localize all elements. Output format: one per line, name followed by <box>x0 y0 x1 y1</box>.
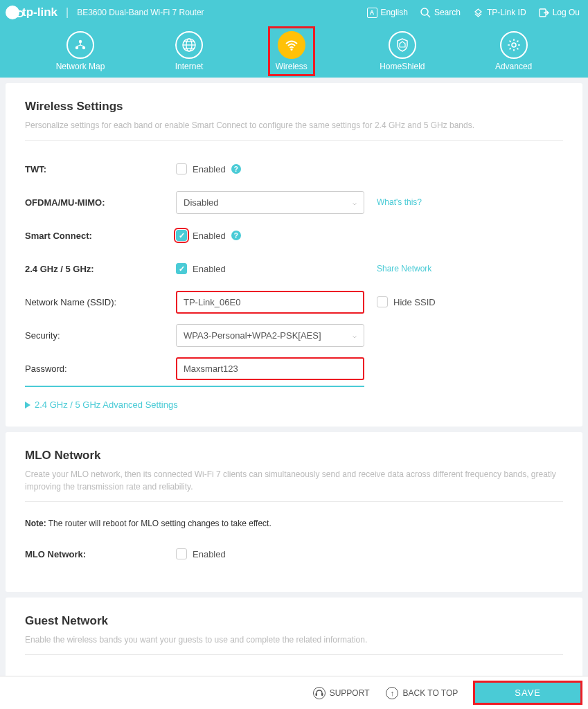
wireless-settings-desc: Personalize settings for each band or en… <box>25 119 563 132</box>
chevron-down-icon: ⌵ <box>353 332 357 339</box>
svg-point-4 <box>75 46 78 49</box>
language-icon: A <box>367 8 377 18</box>
section-divider <box>25 140 563 141</box>
band-label: 2.4 GHz / 5 GHz: <box>25 264 176 274</box>
password-label: Password: <box>25 364 176 374</box>
password-input[interactable] <box>176 357 364 380</box>
globe-icon <box>175 31 203 59</box>
hide-ssid-label: Hide SSID <box>393 297 436 307</box>
section-divider <box>25 654 563 655</box>
nav-advanced[interactable]: Advanced <box>490 28 537 74</box>
language-button[interactable]: A English <box>367 8 408 18</box>
mlo-network-label: MLO Network: <box>25 549 176 559</box>
security-label: Security: <box>25 330 176 341</box>
band-enabled-label: Enabled <box>193 264 226 274</box>
ofdma-label: OFDMA/MU-MIMO: <box>25 197 176 208</box>
svg-point-5 <box>82 46 85 49</box>
svg-line-1 <box>427 15 430 17</box>
wireless-settings-title: Wireless Settings <box>25 100 563 114</box>
advanced-settings-link[interactable]: 2.4 GHz / 5 GHz Advanced Settings <box>25 400 563 410</box>
mlo-checkbox[interactable] <box>176 548 187 559</box>
svg-point-12 <box>512 43 516 47</box>
band-checkbox[interactable] <box>176 263 187 274</box>
guest-title: Guest Network <box>25 614 563 628</box>
search-button[interactable]: Search <box>420 8 461 18</box>
nav-internet[interactable]: Internet <box>170 28 209 74</box>
twt-checkbox[interactable] <box>176 163 187 174</box>
network-map-icon <box>66 31 94 59</box>
svg-rect-14 <box>321 693 323 696</box>
play-icon <box>25 402 30 409</box>
wifi-icon <box>278 31 305 59</box>
save-button[interactable]: SAVE <box>474 682 581 703</box>
support-button[interactable]: SUPPORT <box>313 687 370 699</box>
back-to-top-button[interactable]: ↑ BACK TO TOP <box>386 687 458 699</box>
shield-icon <box>389 31 416 59</box>
smart-connect-label: Smart Connect: <box>25 231 176 241</box>
cloud-icon <box>473 8 483 18</box>
logout-icon <box>539 8 549 18</box>
nav-homeshield[interactable]: HomeShield <box>374 28 430 74</box>
mlo-desc: Create your MLO network, then its connec… <box>25 468 563 493</box>
smart-connect-checkbox[interactable] <box>176 230 187 241</box>
smart-connect-enabled-label: Enabled <box>193 231 226 241</box>
tp-link-logo: tp-link <box>6 6 57 19</box>
svg-point-3 <box>79 40 82 43</box>
ssid-label: Network Name (SSID): <box>25 297 176 307</box>
search-icon <box>420 8 431 18</box>
twt-help-icon[interactable]: ? <box>231 164 241 174</box>
logout-button[interactable]: Log Ou <box>539 8 580 18</box>
support-icon <box>313 687 326 699</box>
tplink-id-button[interactable]: TP-Link ID <box>473 8 526 18</box>
svg-point-11 <box>290 48 292 51</box>
twt-label: TWT: <box>25 164 176 174</box>
guest-desc: Enable the wireless bands you want your … <box>25 634 563 646</box>
ofdma-select[interactable]: Disabled ⌵ <box>176 191 364 214</box>
section-underline <box>25 386 364 387</box>
mlo-note: Note: The router will reboot for MLO set… <box>25 519 563 528</box>
mlo-title: MLO Network <box>25 449 563 463</box>
svg-point-0 <box>421 8 428 15</box>
svg-rect-13 <box>315 693 317 696</box>
section-divider <box>25 501 563 502</box>
share-network-link[interactable]: Share Network <box>377 264 431 273</box>
divider: | <box>66 6 69 19</box>
mlo-enabled-label: Enabled <box>193 549 226 559</box>
gear-icon <box>500 31 528 59</box>
security-select[interactable]: WPA3-Personal+WPA2-PSK[AES] ⌵ <box>176 324 364 347</box>
nav-network-map[interactable]: Network Map <box>51 28 111 74</box>
hide-ssid-checkbox[interactable] <box>377 296 388 307</box>
smart-connect-help-icon[interactable]: ? <box>231 231 241 240</box>
whats-this-link[interactable]: What's this? <box>377 197 422 207</box>
chevron-down-icon: ⌵ <box>353 199 357 206</box>
nav-wireless[interactable]: Wireless <box>268 26 315 76</box>
arrow-up-icon: ↑ <box>386 687 398 699</box>
twt-enabled-label: Enabled <box>193 164 226 174</box>
product-name: BE3600 Dual-Band Wi-Fi 7 Router <box>77 8 204 17</box>
ssid-input[interactable] <box>176 291 364 314</box>
